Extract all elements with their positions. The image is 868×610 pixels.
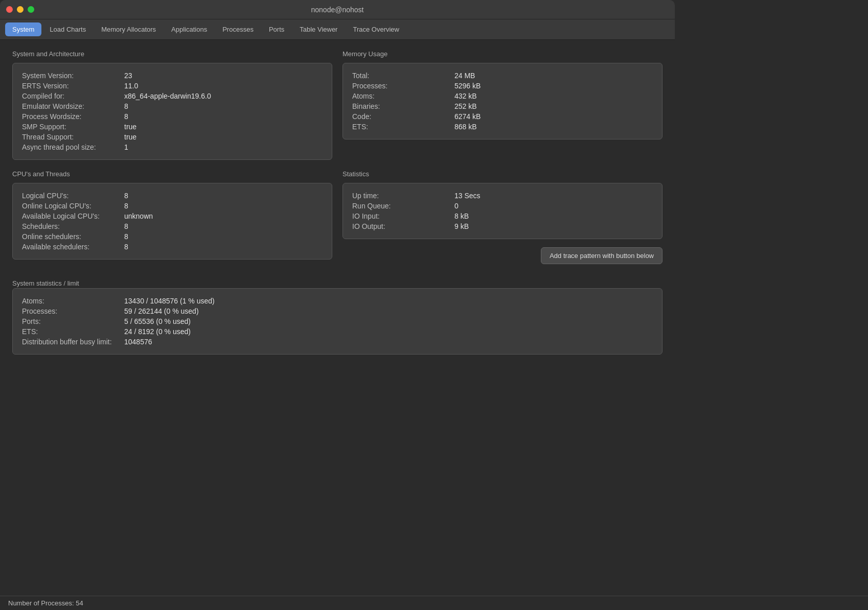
table-row: Emulator Wordsize: 8: [22, 101, 323, 111]
label-io-input: IO Input:: [352, 212, 454, 220]
table-row: Async thread pool size: 1: [22, 142, 323, 152]
system-arch-title: System and Architecture: [12, 50, 332, 58]
system-arch-box: System Version: 23 ERTS Version: 11.0 Co…: [12, 63, 332, 160]
tab-applications[interactable]: Applications: [164, 22, 214, 36]
statistics-title: Statistics: [342, 170, 663, 178]
table-row: Up time: 13 Secs: [352, 191, 653, 201]
label-erts-version: ERTS Version:: [22, 82, 124, 90]
table-row: ETS: 24 / 8192 (0 % used): [22, 326, 653, 337]
label-online-schedulers: Online schedulers:: [22, 232, 124, 241]
value-processes-stat: 59 / 262144 (0 % used): [124, 307, 199, 315]
value-system-version: 23: [124, 72, 132, 80]
label-processes-mem: Processes:: [352, 82, 454, 90]
tab-processes[interactable]: Processes: [215, 22, 261, 36]
table-row: Available schedulers: 8: [22, 242, 323, 252]
cpu-threads-title: CPU's and Threads: [12, 170, 332, 178]
table-row: Total: 24 MB: [352, 71, 653, 81]
tab-memory-allocators[interactable]: Memory Allocators: [94, 22, 163, 36]
table-row: Compiled for: x86_64-apple-darwin19.6.0: [22, 91, 323, 101]
statistics-box: Up time: 13 Secs Run Queue: 0 IO Input: …: [342, 183, 663, 239]
table-row: SMP Support: true: [22, 122, 323, 132]
value-processes-mem: 5296 kB: [454, 82, 481, 90]
table-row: Ports: 5 / 65536 (0 % used): [22, 316, 653, 326]
table-row: IO Input: 8 kB: [352, 211, 653, 221]
value-atoms-stat: 13430 / 1048576 (1 % used): [124, 297, 215, 305]
label-atoms-stat: Atoms:: [22, 297, 124, 305]
table-row: Code: 6274 kB: [352, 111, 653, 122]
value-ets-mem: 868 kB: [454, 123, 477, 131]
table-row: Schedulers: 8: [22, 221, 323, 231]
label-atoms-mem: Atoms:: [352, 92, 454, 100]
table-row: Run Queue: 0: [352, 201, 653, 211]
value-smp-support: true: [124, 123, 136, 131]
table-row: ERTS Version: 11.0: [22, 81, 323, 91]
value-dist-buffer: 1048576: [124, 338, 152, 346]
value-thread-support: true: [124, 133, 136, 141]
value-available-schedulers: 8: [124, 243, 128, 251]
cpu-threads-box: Logical CPU's: 8 Online Logical CPU's: 8…: [12, 183, 332, 260]
label-system-version: System Version:: [22, 72, 124, 80]
label-ets-mem: ETS:: [352, 123, 454, 131]
table-row: System Version: 23: [22, 71, 323, 81]
value-code-mem: 6274 kB: [454, 112, 481, 121]
table-row: Online Logical CPU's: 8: [22, 201, 323, 211]
table-row: Atoms: 13430 / 1048576 (1 % used): [22, 296, 653, 306]
statistics-section: Statistics Up time: 13 Secs Run Queue: 0…: [342, 170, 663, 269]
label-emulator-wordsize: Emulator Wordsize:: [22, 102, 124, 110]
bottom-grid: CPU's and Threads Logical CPU's: 8 Onlin…: [0, 160, 675, 269]
label-total: Total:: [352, 72, 454, 80]
table-row: Thread Support: true: [22, 132, 323, 142]
label-code-mem: Code:: [352, 112, 454, 121]
table-row: Binaries: 252 kB: [352, 101, 653, 111]
traffic-lights: [6, 6, 34, 13]
tab-table-viewer[interactable]: Table Viewer: [292, 22, 345, 36]
value-online-schedulers: 8: [124, 232, 128, 241]
add-trace-button[interactable]: Add trace pattern with button below: [541, 247, 663, 264]
label-process-wordsize: Process Wordsize:: [22, 112, 124, 121]
tab-load-charts[interactable]: Load Charts: [42, 22, 93, 36]
value-async-pool: 1: [124, 143, 128, 151]
table-row: Atoms: 432 kB: [352, 91, 653, 101]
label-thread-support: Thread Support:: [22, 133, 124, 141]
table-row: Logical CPU's: 8: [22, 191, 323, 201]
table-row: IO Output: 9 kB: [352, 221, 653, 231]
system-stats-box: Atoms: 13430 / 1048576 (1 % used) Proces…: [12, 288, 663, 355]
label-ets-stat: ETS:: [22, 327, 124, 336]
tab-system[interactable]: System: [5, 22, 41, 36]
value-io-output: 9 kB: [454, 222, 469, 230]
label-processes-stat: Processes:: [22, 307, 124, 315]
close-button[interactable]: [6, 6, 13, 13]
memory-usage-title: Memory Usage: [342, 50, 663, 58]
tab-ports[interactable]: Ports: [262, 22, 291, 36]
tab-trace-overview[interactable]: Trace Overview: [346, 22, 406, 36]
table-row: Process Wordsize: 8: [22, 111, 323, 122]
label-smp-support: SMP Support:: [22, 123, 124, 131]
value-process-wordsize: 8: [124, 112, 128, 121]
label-uptime: Up time:: [352, 192, 454, 200]
value-emulator-wordsize: 8: [124, 102, 128, 110]
label-run-queue: Run Queue:: [352, 202, 454, 210]
minimize-button[interactable]: [17, 6, 24, 13]
value-binaries-mem: 252 kB: [454, 102, 477, 110]
tabbar: System Load Charts Memory Allocators App…: [0, 19, 675, 40]
value-ports-stat: 5 / 65536 (0 % used): [124, 317, 191, 325]
memory-usage-section: Memory Usage Total: 24 MB Processes: 529…: [342, 50, 663, 160]
label-binaries-mem: Binaries:: [352, 102, 454, 110]
value-run-queue: 0: [454, 202, 459, 210]
value-uptime: 13 Secs: [454, 192, 481, 200]
label-dist-buffer: Distribution buffer busy limit:: [22, 338, 124, 346]
label-available-logical-cpus: Available Logical CPU's:: [22, 212, 124, 220]
memory-usage-box: Total: 24 MB Processes: 5296 kB Atoms: 4…: [342, 63, 663, 139]
label-schedulers: Schedulers:: [22, 222, 124, 230]
maximize-button[interactable]: [28, 6, 34, 13]
label-available-schedulers: Available schedulers:: [22, 243, 124, 251]
table-row: Online schedulers: 8: [22, 231, 323, 242]
table-row: Available Logical CPU's: unknown: [22, 211, 323, 221]
value-atoms-mem: 432 kB: [454, 92, 477, 100]
cpu-threads-section: CPU's and Threads Logical CPU's: 8 Onlin…: [12, 170, 332, 269]
system-arch-section: System and Architecture System Version: …: [12, 50, 332, 160]
window-title: nonode@nohost: [311, 6, 364, 14]
value-online-logical-cpus: 8: [124, 202, 128, 210]
table-row: ETS: 868 kB: [352, 122, 653, 132]
value-schedulers: 8: [124, 222, 128, 230]
